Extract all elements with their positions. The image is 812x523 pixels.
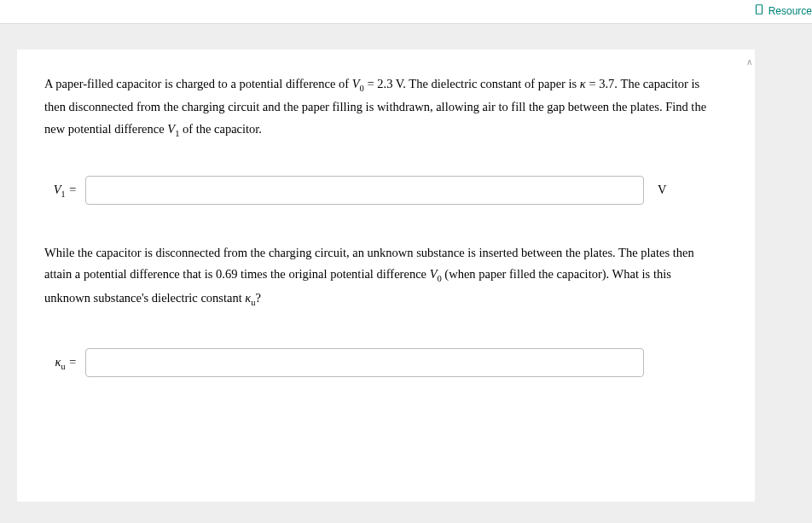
ku-input[interactable] — [85, 348, 644, 377]
scroll-up-icon[interactable]: ∧ — [746, 55, 752, 70]
content-area: ∧ A paper-filled capacitor is charged to… — [0, 24, 812, 519]
answer-label-v1: V1 = — [44, 179, 77, 201]
resource-label: Resource — [768, 5, 812, 17]
problem-statement-1: A paper-filled capacitor is charged to a… — [44, 73, 718, 142]
unit-v: V — [658, 179, 666, 200]
answer-row-ku: κu = — [44, 348, 728, 377]
problem-statement-2: While the capacitor is disconnected from… — [44, 242, 718, 311]
v1-input[interactable] — [85, 176, 644, 205]
top-bar: Resource — [0, 0, 812, 24]
answer-row-v1: V1 = V — [44, 176, 728, 205]
question-panel: ∧ A paper-filled capacitor is charged to… — [17, 49, 755, 502]
bookmark-icon — [753, 3, 765, 18]
answer-label-ku: κu = — [44, 352, 77, 374]
resource-link[interactable]: Resource — [753, 3, 812, 18]
svg-rect-0 — [756, 5, 762, 15]
